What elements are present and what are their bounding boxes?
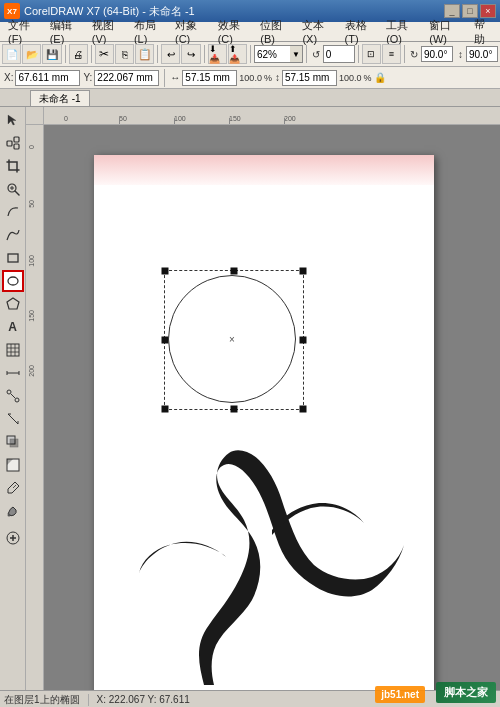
text-tool-btn[interactable]: A [2, 316, 24, 338]
svg-line-21 [8, 414, 18, 424]
save-button[interactable]: 💾 [42, 44, 61, 64]
shape-tool-btn[interactable] [2, 132, 24, 154]
svg-rect-7 [8, 254, 18, 262]
handle-br[interactable] [300, 406, 307, 413]
polygon-tool-btn[interactable] [2, 293, 24, 315]
watermark-brand: 脚本之家 [436, 682, 496, 703]
coord-sep-1 [164, 69, 165, 87]
print-button[interactable]: 🖨 [69, 44, 88, 64]
handle-bm[interactable] [231, 406, 238, 413]
new-button[interactable]: 📄 [2, 44, 21, 64]
handle-bl[interactable] [162, 406, 169, 413]
align-button[interactable]: ≡ [382, 44, 401, 64]
smart-tool-btn[interactable] [2, 224, 24, 246]
minimize-button[interactable]: _ [444, 4, 460, 18]
ruler-tick-0: 0 [64, 115, 68, 122]
ruler-v-0: 0 [28, 145, 35, 149]
canvas-area[interactable]: 0 50 100 150 200 0 50 100 150 200 [26, 107, 500, 690]
transparency-tool-btn[interactable] [2, 454, 24, 476]
ruler-line-150 [229, 118, 230, 124]
handle-tm[interactable] [231, 268, 238, 275]
toolbar-sep-5 [250, 45, 251, 63]
shadow-tool-btn[interactable] [2, 431, 24, 453]
open-button[interactable]: 📂 [22, 44, 41, 64]
document-page: × [94, 155, 434, 690]
zoom-tool-btn[interactable] [2, 178, 24, 200]
menu-tools[interactable]: 工具(O) [380, 17, 423, 46]
y-label: Y: [83, 72, 92, 83]
toolbar-sep-6 [306, 45, 307, 63]
zoom-control[interactable]: 62% ▼ [254, 45, 303, 63]
undo-button[interactable]: ↩ [161, 44, 180, 64]
angle-field-1: ↻ 90.0° [408, 46, 453, 62]
redo-button[interactable]: ↪ [181, 44, 200, 64]
menu-file[interactable]: 文件(F) [2, 17, 44, 46]
svg-line-20 [11, 394, 15, 398]
copy-button[interactable]: ⎘ [115, 44, 134, 64]
crop-tool-btn[interactable] [2, 155, 24, 177]
export-button[interactable]: ⬆📤 [228, 44, 247, 64]
y-coord-field: Y: 222.067 mm [83, 70, 159, 86]
toolbar-sep-8 [404, 45, 405, 63]
canvas-inner[interactable]: × [44, 125, 500, 690]
ruler-tick-100: 100 [174, 115, 186, 122]
menu-edit[interactable]: 编辑(E) [44, 17, 86, 46]
svg-rect-0 [7, 141, 12, 146]
page-top-shadow [94, 155, 434, 185]
handle-tr[interactable] [300, 268, 307, 275]
snap-button[interactable]: ⊡ [362, 44, 381, 64]
status-coords: X: 222.067 Y: 67.611 [97, 694, 190, 705]
rectangle-tool-btn[interactable] [2, 247, 24, 269]
svg-rect-2 [14, 144, 19, 149]
width-icon: ↔ [170, 72, 180, 83]
angle-field-2: ↕ 90.0° [456, 46, 498, 62]
svg-rect-10 [7, 344, 19, 356]
zoom-dropdown-arrow[interactable]: ▼ [290, 46, 302, 62]
ruler-tick-200: 200 [284, 115, 296, 122]
menu-table[interactable]: 表格(T) [339, 17, 381, 46]
height-input[interactable]: 57.15 mm [282, 70, 337, 86]
angle-input-2[interactable]: 90.0° [466, 46, 498, 62]
rotation-input[interactable]: 0 [323, 45, 355, 63]
connector-tool-btn[interactable] [2, 385, 24, 407]
paste-button[interactable]: 📋 [135, 44, 154, 64]
menu-effects[interactable]: 效果(C) [212, 17, 255, 46]
height-field: ↕ 57.15 mm 100.0 % [275, 70, 372, 86]
menu-layout[interactable]: 布局(L) [128, 17, 169, 46]
ruler-v-50: 50 [28, 200, 35, 208]
ruler-line-200 [284, 118, 285, 124]
antler-shape[interactable] [124, 415, 424, 690]
y-input[interactable]: 222.067 mm [94, 70, 159, 86]
height-pct-symbol: % [363, 73, 371, 83]
cut-button[interactable]: ✂ [95, 44, 114, 64]
dimension-tool-btn[interactable] [2, 362, 24, 384]
circle-object[interactable]: × [168, 275, 296, 403]
svg-rect-1 [14, 137, 19, 142]
zoom-input[interactable]: 62% [255, 46, 290, 62]
freehand-tool-btn[interactable] [2, 201, 24, 223]
add-tool-btn[interactable] [2, 527, 24, 549]
lock-icon[interactable]: 🔒 [374, 72, 386, 83]
menu-text[interactable]: 文本(X) [296, 17, 338, 46]
x-input[interactable]: 67.611 mm [15, 70, 80, 86]
fill-tool-btn[interactable] [2, 500, 24, 522]
width-input[interactable]: 57.15 mm [182, 70, 237, 86]
eyedropper-tool-btn[interactable] [2, 477, 24, 499]
menu-window[interactable]: 窗口(W) [423, 17, 468, 46]
menu-view[interactable]: 视图(V) [86, 17, 128, 46]
menu-object[interactable]: 对象(C) [169, 17, 212, 46]
handle-mr[interactable] [300, 337, 307, 344]
handle-tl[interactable] [162, 268, 169, 275]
ruler-v-200: 200 [28, 365, 35, 377]
tab-unnamed1[interactable]: 未命名 -1 [30, 90, 90, 106]
table-tool-btn[interactable] [2, 339, 24, 361]
svg-marker-9 [7, 298, 19, 309]
menu-bitmap[interactable]: 位图(B) [254, 17, 296, 46]
import-button[interactable]: ⬇📥 [208, 44, 227, 64]
menu-help[interactable]: 帮助 [468, 16, 498, 48]
angle-label-1: ↻ [408, 49, 420, 60]
angle-input-1[interactable]: 90.0° [421, 46, 453, 62]
measure-tool-btn[interactable] [2, 408, 24, 430]
select-tool-btn[interactable] [2, 109, 24, 131]
ellipse-tool-btn[interactable] [2, 270, 24, 292]
